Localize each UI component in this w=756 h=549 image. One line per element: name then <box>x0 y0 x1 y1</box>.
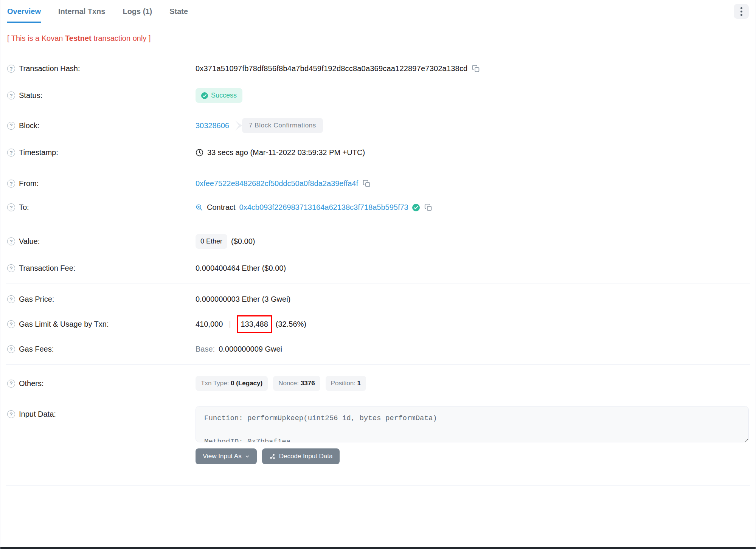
row-gas-limit-usage: ? Gas Limit & Usage by Txn: 410,000 | 13… <box>0 311 756 337</box>
tab-bar: Overview Internal Txns Logs (1) State <box>0 0 756 23</box>
block-label: Block: <box>19 121 39 130</box>
transaction-hash-label: Transaction Hash: <box>19 64 80 73</box>
zoom-in-icon[interactable] <box>196 204 203 211</box>
help-icon[interactable]: ? <box>7 203 15 211</box>
clock-icon <box>196 149 203 157</box>
gas-fees-label: Gas Fees: <box>19 345 54 354</box>
chevron-right-icon <box>235 121 242 130</box>
help-icon[interactable]: ? <box>7 92 15 99</box>
row-status: ? Status: Success <box>0 81 756 110</box>
help-icon[interactable]: ? <box>7 149 15 157</box>
copy-to-button[interactable] <box>424 203 433 211</box>
divider <box>6 485 750 485</box>
chevron-down-icon <box>245 454 250 459</box>
view-input-as-button[interactable]: View Input As <box>196 448 257 464</box>
gas-limit-value: 410,000 <box>196 320 223 329</box>
help-icon[interactable]: ? <box>7 237 15 245</box>
help-icon[interactable]: ? <box>7 264 15 272</box>
tab-logs[interactable]: Logs (1) <box>123 0 152 23</box>
gas-price-label: Gas Price: <box>19 295 54 304</box>
section-gas: ? Gas Price: 0.000000003 Ether (3 Gwei) … <box>0 284 756 364</box>
copy-txhash-button[interactable] <box>471 65 481 73</box>
to-address-link[interactable]: 0x4cb093f226983713164a62138c3f718a5b595f… <box>239 203 408 212</box>
block-confirmations-badge: 7 Block Confirmations <box>235 118 323 133</box>
transaction-details-card: Overview Internal Txns Logs (1) State [ … <box>0 0 756 549</box>
value-label: Value: <box>19 237 40 246</box>
copy-from-button[interactable] <box>362 180 371 188</box>
testnet-notice: [ This is a Kovan Testnet transaction on… <box>0 23 756 53</box>
others-label: Others: <box>19 379 44 388</box>
decode-icon <box>269 453 276 460</box>
row-block: ? Block: 30328606 7 Block Confirmations <box>0 110 756 141</box>
row-timestamp: ? Timestamp: 33 secs ago (Mar-11-2022 03… <box>0 141 756 164</box>
help-icon[interactable]: ? <box>7 320 15 328</box>
tab-state[interactable]: State <box>169 0 188 23</box>
row-from: ? From: 0xfee7522e8482682cf50ddc50a0f8da… <box>0 172 756 195</box>
block-number-link[interactable]: 30328606 <box>196 121 229 130</box>
timestamp-label: Timestamp: <box>19 148 58 157</box>
row-to: ? To: Contract 0x4cb093f226983713164a621… <box>0 195 756 219</box>
row-value: ? Value: 0 Ether ($0.00) <box>0 226 756 256</box>
ether-value-badge: 0 Ether <box>196 234 227 249</box>
more-options-button[interactable] <box>734 4 749 19</box>
decode-input-data-button[interactable]: Decode Input Data <box>262 448 340 464</box>
copy-icon <box>363 180 371 188</box>
position-badge: Position: 1 <box>326 376 366 391</box>
from-address-link[interactable]: 0xfee7522e8482682cf50ddc50a0f8da2a39effa… <box>196 179 358 188</box>
row-gas-price: ? Gas Price: 0.000000003 Ether (3 Gwei) <box>0 287 756 311</box>
footer-top-edge <box>0 547 756 549</box>
transaction-fee-value: 0.000400464 Ether ($0.00) <box>196 264 286 273</box>
section-summary: ? Transaction Hash: 0x371a51097fb78df856… <box>0 53 756 168</box>
status-badge: Success <box>196 88 242 103</box>
contract-word: Contract <box>207 203 236 212</box>
row-transaction-hash: ? Transaction Hash: 0x371a51097fb78df856… <box>0 57 756 81</box>
to-label: To: <box>19 203 29 212</box>
help-icon[interactable]: ? <box>7 345 15 353</box>
gas-limit-label: Gas Limit & Usage by Txn: <box>19 320 109 329</box>
section-addresses: ? From: 0xfee7522e8482682cf50ddc50a0f8da… <box>0 168 756 223</box>
base-fee-value: 0.000000009 Gwei <box>219 345 282 354</box>
help-icon[interactable]: ? <box>7 295 15 303</box>
row-gas-fees: ? Gas Fees: Base: 0.000000009 Gwei <box>0 337 756 361</box>
timestamp-value: 33 secs ago (Mar-11-2022 03:59:32 PM +UT… <box>207 148 365 157</box>
help-icon[interactable]: ? <box>7 122 15 130</box>
nonce-badge: Nonce: 3376 <box>273 376 320 391</box>
copy-icon <box>472 65 480 73</box>
transaction-fee-label: Transaction Fee: <box>19 264 75 273</box>
row-others: ? Others: Txn Type: 0 (Legacy) Nonce: 33… <box>0 368 756 399</box>
help-icon[interactable]: ? <box>7 65 15 73</box>
help-icon[interactable]: ? <box>7 410 15 418</box>
kebab-menu-icon <box>740 7 742 16</box>
annotation-highlight-box: 133,488 <box>237 315 272 333</box>
base-fee-label: Base: <box>196 345 215 354</box>
input-data-actions: View Input As Decode Input Data <box>196 448 749 464</box>
transaction-hash-value: 0x371a51097fb78df856f8b4a7bd459f192d8cc8… <box>196 64 467 73</box>
input-data-label: Input Data: <box>19 410 56 419</box>
usd-value: ($0.00) <box>231 237 255 246</box>
row-input-data: ? Input Data: Function: performUpkeep(ui… <box>0 399 756 472</box>
row-transaction-fee: ? Transaction Fee: 0.000400464 Ether ($0… <box>0 256 756 280</box>
verified-check-icon <box>412 204 420 211</box>
txn-type-badge: Txn Type: 0 (Legacy) <box>196 376 268 391</box>
gas-used-percent: (32.56%) <box>276 320 306 329</box>
help-icon[interactable]: ? <box>7 380 15 388</box>
check-circle-icon <box>201 92 208 99</box>
input-data-textarea[interactable]: Function: performUpkeep(uint256 id, byte… <box>196 406 749 442</box>
separator: | <box>227 320 233 329</box>
from-label: From: <box>19 179 39 188</box>
copy-icon <box>424 203 432 211</box>
help-icon[interactable]: ? <box>7 180 15 188</box>
section-others: ? Others: Txn Type: 0 (Legacy) Nonce: 33… <box>0 365 756 475</box>
tab-overview[interactable]: Overview <box>7 0 41 23</box>
section-value: ? Value: 0 Ether ($0.00) ? Transaction F… <box>0 223 756 284</box>
tab-internal-txns[interactable]: Internal Txns <box>58 0 105 23</box>
gas-used-value: 133,488 <box>241 320 268 328</box>
gas-price-value: 0.000000003 Ether (3 Gwei) <box>196 295 290 304</box>
status-label: Status: <box>19 91 42 100</box>
